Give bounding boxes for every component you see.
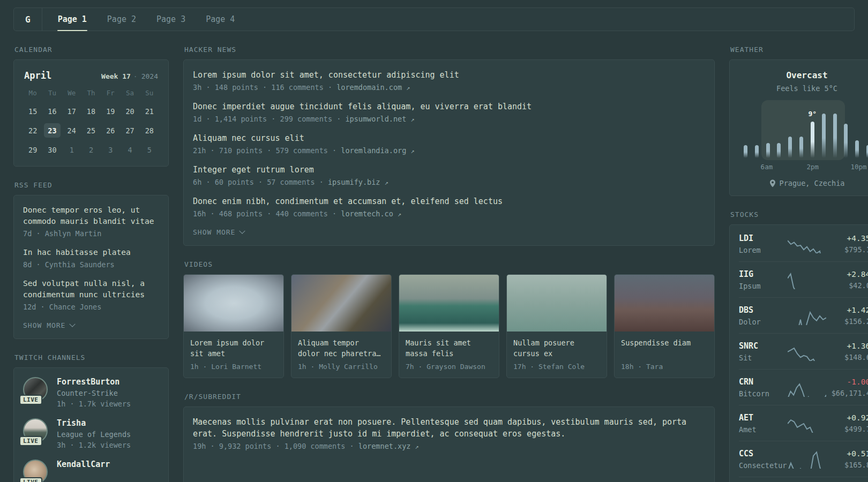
stock-row[interactable]: LDILorem+4.35%$795.18 <box>739 226 868 261</box>
weather-time-label: 6am <box>761 163 773 171</box>
stock-ticker: DBS <box>739 305 784 315</box>
rss-show-more-button[interactable]: SHOW MORE <box>23 321 159 329</box>
calendar-day: 2 <box>83 142 99 157</box>
twitch-channel-info: ForrestBurtonCounter-Strike1h · 1.7k vie… <box>57 377 131 408</box>
stock-name: Bitcorn <box>739 389 784 398</box>
stocks-widget: STOCKS LDILorem+4.35%$795.18IIGIpsum+2.8… <box>729 210 868 482</box>
calendar-weekdays: MoTuWeThFrSaSu <box>23 89 159 99</box>
current-temp-label: 9° <box>809 110 817 118</box>
stock-row[interactable]: AETAmet+0.92%$499.72 <box>739 405 868 441</box>
stock-ticker: CRN <box>739 377 784 387</box>
tab-page-2[interactable]: Page 2 <box>101 8 143 31</box>
hackernews-item-title[interactable]: Donec enim nibh, condimentum et accumsan… <box>193 195 705 207</box>
stock-row[interactable]: AHS+0.46% <box>739 477 868 482</box>
hackernews-section-label: HACKER NEWS <box>184 46 714 54</box>
hackernews-item-link[interactable]: loremdomain.com ↗ <box>336 83 410 92</box>
video-card[interactable]: Nullam posuere cursus ex17h · Stefan Col… <box>506 274 607 378</box>
weather-bar-fill <box>833 114 837 158</box>
twitch-channel-row[interactable]: LIVEForrestBurtonCounter-Strike1h · 1.7k… <box>23 377 159 408</box>
weather-bar <box>777 109 781 158</box>
stock-sparkline <box>788 235 826 253</box>
hackernews-item: Donec imperdiet augue tincidunt felis al… <box>193 101 705 123</box>
hackernews-show-more-button[interactable]: SHOW MORE <box>193 228 705 236</box>
stock-sparkline <box>788 271 826 289</box>
calendar-day: 1 <box>63 142 80 157</box>
weather-bar-fill <box>744 145 747 158</box>
video-thumbnail <box>399 275 499 332</box>
calendar-day: 21 <box>141 104 158 118</box>
weather-bar <box>755 109 759 158</box>
video-title: Mauris sit amet massa felis <box>406 337 492 359</box>
tab-page-1[interactable]: Page 1 <box>51 8 93 31</box>
stock-info: AETAmet <box>739 413 784 434</box>
stock-price: $148.64 <box>829 353 868 362</box>
rss-item-meta: 12d · Chance Jones <box>23 303 159 311</box>
weather-card: Overcast Feels like 5°C 9° 6am2pm10pm Pr… <box>729 59 868 196</box>
hackernews-item-meta-text: 6h · 60 points · 57 comments · <box>193 178 328 186</box>
twitch-channel-game: League of Legends <box>57 430 131 439</box>
hackernews-card: Lorem ipsum dolor sit amet, consectetur … <box>183 59 715 246</box>
video-title: Nullam posuere cursus ex <box>513 337 600 359</box>
weather-bar-fill <box>799 137 803 158</box>
twitch-channel-info: TrishaLeague of Legends3h · 1.2k viewers <box>57 418 131 449</box>
tab-page-3[interactable]: Page 3 <box>150 8 192 31</box>
live-badge: LIVE <box>19 436 42 446</box>
twitch-channel-row[interactable]: LIVEKendallCarr <box>23 460 159 482</box>
calendar-day: 5 <box>141 142 158 157</box>
stock-ticker: AET <box>739 413 784 423</box>
weather-location[interactable]: Prague, Czechia <box>738 179 868 187</box>
stock-sparkline <box>788 379 826 397</box>
stock-values: +0.51%$165.84 <box>829 449 868 469</box>
rss-card: Donec tempor eros leo, ut commodo mauris… <box>13 195 169 339</box>
video-card-body: Lorem ipsum dolor sit amet consectetu…1h… <box>184 332 283 378</box>
hackernews-item-title[interactable]: Donec imperdiet augue tincidunt felis al… <box>193 101 705 112</box>
stock-row[interactable]: CCSConsectetur+0.51%$165.84 <box>739 441 868 477</box>
rss-item-title[interactable]: Sed volutpat nulla nisl, a condimentum n… <box>23 278 159 300</box>
hackernews-widget: HACKER NEWS Lorem ipsum dolor sit amet, … <box>183 46 715 246</box>
stock-row[interactable]: DBSDolor+1.42%$156.28 <box>739 297 868 333</box>
hackernews-item-link[interactable]: loremlandia.org ↗ <box>341 146 414 155</box>
video-card[interactable]: Mauris sit amet massa felis7h · Grayson … <box>399 274 499 378</box>
calendar-widget: CALENDAR April Week 172024 MoTuWeThFrSaS… <box>13 46 169 167</box>
calendar-weekday: Tu <box>48 89 56 97</box>
chevron-down-icon <box>240 228 245 234</box>
stock-row[interactable]: SNRCSit+1.36%$148.64 <box>739 333 868 369</box>
hackernews-item-link[interactable]: ipsumify.biz ↗ <box>328 178 388 186</box>
calendar-day: 19 <box>102 104 119 118</box>
calendar-day: 29 <box>25 142 41 157</box>
stock-values: +1.36%$148.64 <box>829 342 868 362</box>
calendar-day: 24 <box>63 123 80 138</box>
stock-change: +0.92% <box>829 413 868 422</box>
stock-ticker: CCS <box>739 449 784 458</box>
external-link-icon: ↗ <box>398 210 401 218</box>
video-card[interactable]: Suspendisse diam18h · Tara <box>614 274 715 378</box>
video-card[interactable]: Lorem ipsum dolor sit amet consectetu…1h… <box>183 274 284 378</box>
twitch-channel-row[interactable]: LIVETrishaLeague of Legends3h · 1.2k vie… <box>23 418 159 449</box>
calendar-day: 15 <box>25 104 41 118</box>
hackernews-item-title[interactable]: Aliquam nec cursus elit <box>193 132 705 144</box>
logo[interactable]: G <box>14 8 42 31</box>
weather-bar-fill <box>844 124 848 158</box>
weather-bar <box>822 109 826 158</box>
hackernews-item-link[interactable]: ipsumworld.net ↗ <box>345 115 414 123</box>
tab-page-4[interactable]: Page 4 <box>199 8 241 31</box>
stock-row[interactable]: CRNBitcorn-1.00%$66,171.48 <box>739 369 868 405</box>
subreddit-item-title[interactable]: Maecenas mollis pulvinar erat non posuer… <box>193 416 705 440</box>
twitch-card: LIVEForrestBurtonCounter-Strike1h · 1.7k… <box>13 367 169 482</box>
hackernews-item-title[interactable]: Integer eget rutrum lorem <box>193 164 705 176</box>
hackernews-item-link[interactable]: loremtech.co ↗ <box>341 209 401 218</box>
calendar-week-year: Week 172024 <box>101 72 158 80</box>
calendar-day: 22 <box>25 123 41 138</box>
weather-bar <box>799 109 803 158</box>
rss-item-title[interactable]: In hac habitasse platea <box>23 247 159 258</box>
rss-item-title[interactable]: Donec tempor eros leo, ut commodo mauris… <box>23 205 159 227</box>
stock-row[interactable]: IIGIpsum+2.84%$42.04 <box>739 261 868 297</box>
subreddit-item-link[interactable]: loremnet.xyz ↗ <box>358 442 419 450</box>
video-card-body: Nullam posuere cursus ex17h · Stefan Col… <box>507 332 607 378</box>
twitch-channel-name: Trisha <box>57 418 131 428</box>
video-card[interactable]: Aliquam tempor dolor nec pharetra…1h · M… <box>291 274 392 378</box>
external-link-icon: ↗ <box>410 147 414 155</box>
top-navigation: G Page 1Page 2Page 3Page 4 <box>13 7 855 31</box>
stock-price: $499.72 <box>829 425 868 433</box>
hackernews-item-title[interactable]: Lorem ipsum dolor sit amet, consectetur … <box>193 69 705 81</box>
